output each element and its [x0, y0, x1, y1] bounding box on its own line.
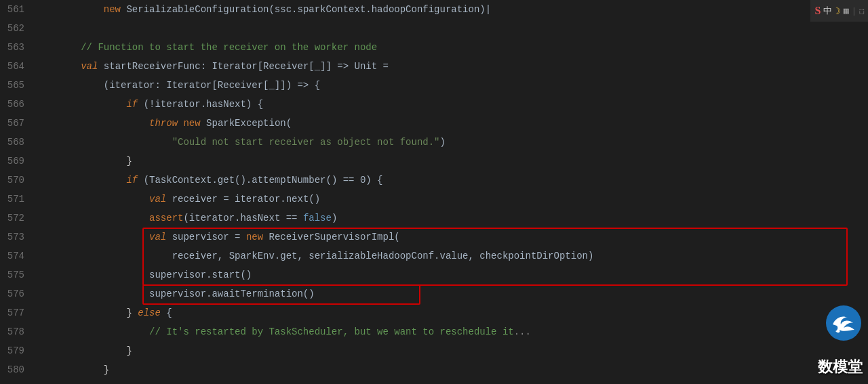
code-line-572: 572 assert(iterator.hasNext == false) [0, 209, 868, 228]
code-line-570: 570 if (TaskContext.get().attemptNumber(… [0, 171, 868, 190]
code-line-567: 567 throw new SparkException( [0, 114, 868, 133]
assert-kw: assert [149, 213, 183, 223]
line-num-578: 578 [0, 322, 35, 341]
separator-icon: | [852, 6, 857, 16]
watermark-text: 数模堂 [818, 357, 863, 377]
line-num-564: 564 [0, 57, 35, 76]
line-content-575: supervisor.start() [35, 265, 868, 284]
bird-svg [826, 305, 861, 341]
text: (TaskContext.get().attemptNumber() == 0)… [138, 175, 382, 186]
code-line-573: 573 val supervisor = new ReceiverSupervi… [0, 228, 868, 247]
comment: // Function to start the receiver on the… [35, 42, 377, 53]
code-line-580: 580 } [0, 360, 868, 379]
line-content-573: val supervisor = new ReceiverSupervisorI… [35, 228, 868, 247]
line-num-561: 561 [0, 0, 35, 19]
text: (iterator.hasNext == [183, 213, 302, 223]
kw-val: val [149, 232, 166, 242]
text: receiver = iterator.next() [166, 194, 320, 205]
text: supervisor.awaitTermination() [35, 289, 315, 299]
grid-icon: ▦ [844, 5, 849, 16]
line-content-579: } [35, 341, 868, 360]
kw-new: new [183, 118, 200, 129]
text: SerializableConfiguration(ssc.sparkConte… [121, 4, 491, 15]
code-line-562: 562 [0, 19, 868, 38]
code-line-579: 579 } [0, 341, 868, 360]
code-line-574: 574 receiver, SparkEnv.get, serializable… [0, 247, 868, 265]
line-content-569: } [35, 152, 868, 171]
line-num-569: 569 [0, 152, 35, 171]
toolbar-icons: S 中 ☽ ▦ | ⬚ [810, 0, 868, 22]
code-line-576: 576 supervisor.awaitTermination() [0, 284, 868, 303]
line-num-574: 574 [0, 247, 35, 265]
text: supervisor.start() [35, 270, 252, 280]
text: (!iterator.hasNext) { [138, 99, 263, 110]
text: supervisor = [166, 232, 246, 242]
expand-icon: ⬚ [859, 7, 864, 16]
line-content-567: throw new SparkException( [35, 114, 868, 133]
lang-icon: 中 [823, 5, 832, 17]
kw-else: else [138, 307, 161, 318]
text: { [161, 307, 172, 318]
line-num-579: 579 [0, 341, 35, 360]
line-content-564: val startReceiverFunc: Iterator[Receiver… [35, 57, 868, 76]
kw-if: if [126, 175, 138, 186]
line-num-568: 568 [0, 133, 35, 152]
line-num-567: 567 [0, 114, 35, 133]
line-content-574: receiver, SparkEnv.get, serializableHado… [35, 247, 868, 265]
kw-new: new [35, 4, 121, 15]
line-num-563: 563 [0, 38, 35, 57]
code-line-566: 566 if (!iterator.hasNext) { [0, 95, 868, 114]
kw-new: new [246, 232, 263, 242]
line-num-572: 572 [0, 209, 35, 228]
text: (iterator: Iterator[Receiver[_]]) => { [35, 80, 320, 91]
line-content-578: // It's restarted by TaskScheduler, but … [35, 322, 868, 341]
line-content-561: new SerializableConfiguration(ssc.sparkC… [35, 0, 868, 19]
line-content-580: } [35, 360, 868, 379]
text: ) [332, 213, 337, 223]
line-num-573: 573 [0, 228, 35, 247]
code-lines: 561 new SerializableConfiguration(ssc.sp… [0, 0, 868, 379]
watermark-bird [826, 305, 861, 343]
line-content-568: "Could not start receiver as object not … [35, 133, 868, 152]
kw-val: val [149, 194, 166, 205]
text: ReceiverSupervisorImpl( [263, 232, 400, 242]
comment: // It's restarted by TaskScheduler, but … [35, 326, 514, 337]
code-line-571: 571 val receiver = iterator.next() [0, 190, 868, 209]
line-content-565: (iterator: Iterator[Receiver[_]]) => { [35, 76, 868, 95]
moon-icon: ☽ [835, 5, 840, 17]
line-num-571: 571 [0, 190, 35, 209]
code-line-569: 569 } [0, 152, 868, 171]
line-content-562 [35, 19, 868, 38]
text: ) [440, 137, 446, 148]
line-content-577: } else { [35, 303, 868, 322]
code-line-561: 561 new SerializableConfiguration(ssc.sp… [0, 0, 868, 19]
line-num-580: 580 [0, 360, 35, 379]
line-num-577: 577 [0, 303, 35, 322]
text: ... [514, 326, 531, 337]
line-num-565: 565 [0, 76, 35, 95]
line-content-572: assert(iterator.hasNext == false) [35, 209, 868, 228]
line-content-566: if (!iterator.hasNext) { [35, 95, 868, 114]
kw-false: false [303, 213, 332, 223]
line-num-562: 562 [0, 19, 35, 38]
code-line-575: 575 supervisor.start() [0, 265, 868, 284]
kw-val: val [81, 61, 98, 72]
string: "Could not start receiver as object not … [172, 137, 440, 148]
line-num-566: 566 [0, 95, 35, 114]
code-line-565: 565 (iterator: Iterator[Receiver[_]]) =>… [0, 76, 868, 95]
line-num-576: 576 [0, 284, 35, 303]
code-editor: S 中 ☽ ▦ | ⬚ 561 new SerializableConfigur… [0, 0, 868, 384]
code-line-578: 578 // It's restarted by TaskScheduler, … [0, 322, 868, 341]
line-content-570: if (TaskContext.get().attemptNumber() ==… [35, 171, 868, 190]
code-line-577: 577 } else { [0, 303, 868, 322]
kw-val: if [126, 99, 138, 110]
code-line-564: 564 val startReceiverFunc: Iterator[Rece… [0, 57, 868, 76]
text: SparkException( [201, 118, 292, 129]
code-line-563: 563 // Function to start the receiver on… [0, 38, 868, 57]
text: receiver, SparkEnv.get, serializableHado… [35, 251, 593, 261]
line-num-570: 570 [0, 171, 35, 190]
s-icon: S [814, 5, 821, 17]
line-content-563: // Function to start the receiver on the… [35, 38, 868, 57]
kw-throw: throw [149, 118, 178, 129]
line-content-576: supervisor.awaitTermination() [35, 284, 868, 303]
